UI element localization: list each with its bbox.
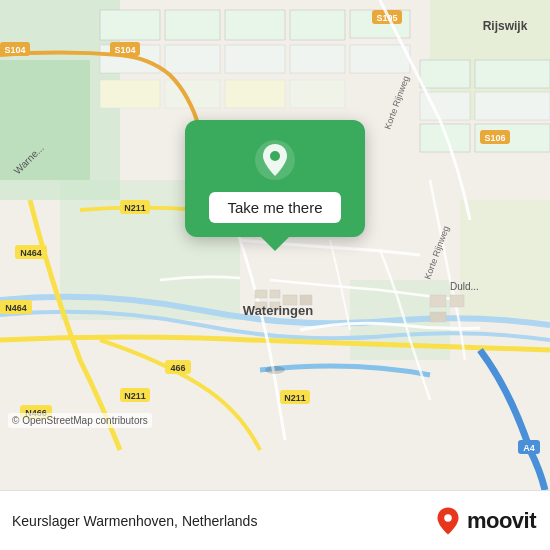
location-label: Keurslager Warmenhoven, Netherlands [12, 513, 257, 529]
svg-rect-22 [475, 60, 550, 88]
svg-text:S104: S104 [4, 45, 25, 55]
svg-rect-18 [165, 80, 220, 108]
svg-text:Wateringen: Wateringen [243, 303, 313, 318]
svg-rect-53 [255, 290, 267, 298]
svg-rect-59 [430, 295, 446, 307]
svg-rect-16 [350, 45, 410, 73]
svg-text:S104: S104 [114, 45, 135, 55]
svg-text:N211: N211 [124, 203, 146, 213]
svg-point-68 [270, 151, 280, 161]
svg-rect-25 [420, 124, 470, 152]
svg-point-69 [444, 514, 452, 522]
bottom-bar: Keurslager Warmenhoven, Netherlands moov… [0, 490, 550, 550]
svg-rect-19 [225, 80, 285, 108]
svg-rect-9 [225, 10, 285, 40]
map-container: N211 N211 N464 N464 N466 466 S104 S104 S… [0, 0, 550, 490]
svg-rect-54 [270, 290, 280, 298]
svg-rect-21 [420, 60, 470, 88]
svg-text:Rijswijk: Rijswijk [483, 19, 528, 33]
moovit-logo: moovit [433, 506, 536, 536]
svg-text:N464: N464 [20, 248, 42, 258]
svg-rect-6 [460, 200, 550, 320]
svg-text:466: 466 [170, 363, 185, 373]
svg-text:N211: N211 [124, 391, 146, 401]
svg-rect-8 [165, 10, 220, 40]
svg-text:N211: N211 [284, 393, 306, 403]
moovit-logo-icon [433, 506, 463, 536]
svg-point-66 [265, 366, 285, 374]
svg-text:N464: N464 [5, 303, 27, 313]
svg-rect-24 [475, 92, 550, 120]
osm-attribution: © OpenStreetMap contributors [8, 413, 152, 428]
svg-rect-13 [165, 45, 220, 73]
moovit-brand-name: moovit [467, 508, 536, 534]
svg-rect-15 [290, 45, 345, 73]
location-pin-icon [253, 138, 297, 182]
popup-card: Take me there [185, 120, 365, 237]
svg-rect-17 [100, 80, 160, 108]
svg-text:Duld...: Duld... [450, 281, 479, 292]
svg-rect-61 [430, 312, 446, 322]
svg-rect-2 [0, 60, 90, 180]
svg-rect-60 [450, 295, 464, 307]
svg-rect-7 [100, 10, 160, 40]
svg-text:S106: S106 [484, 133, 505, 143]
svg-rect-20 [290, 80, 345, 108]
take-me-there-button[interactable]: Take me there [209, 192, 340, 223]
svg-rect-14 [225, 45, 285, 73]
svg-text:A4: A4 [523, 443, 535, 453]
svg-rect-10 [290, 10, 345, 40]
